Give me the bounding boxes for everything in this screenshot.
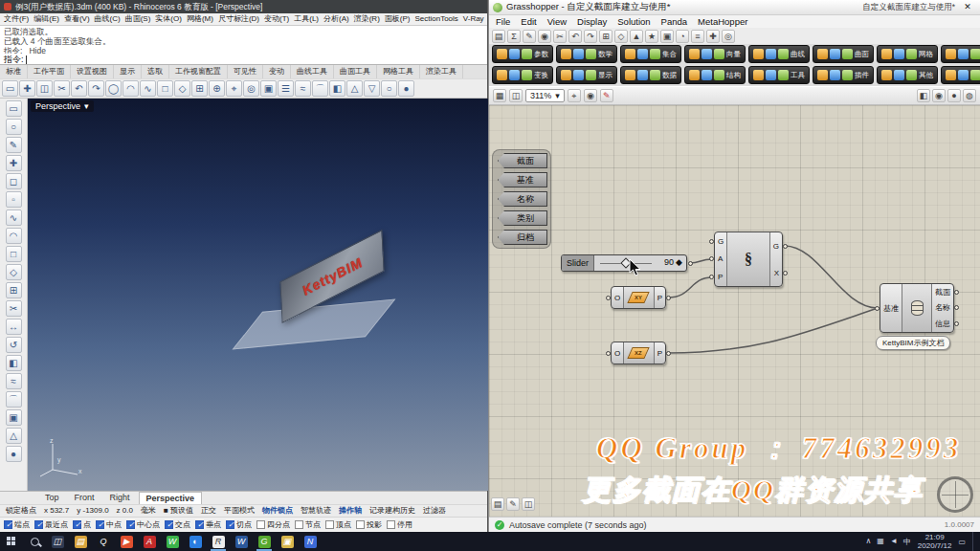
zoom-dropdown-icon[interactable]: ▾ bbox=[555, 90, 560, 101]
component-category-tab[interactable]: 向量 bbox=[684, 45, 746, 63]
component-icon[interactable] bbox=[766, 70, 776, 80]
toolbar-button-icon[interactable]: ⌒ bbox=[312, 80, 328, 97]
toolbar-tab[interactable]: 工作视窗配置 bbox=[169, 65, 228, 78]
component-icon[interactable] bbox=[958, 49, 969, 59]
osnap-checkbox[interactable] bbox=[325, 520, 334, 529]
osnap-option[interactable]: 中心点 bbox=[126, 519, 160, 530]
side-toolbar-button-icon[interactable]: ✂ bbox=[6, 300, 22, 317]
corner-tool-icon[interactable]: ▤ bbox=[491, 497, 504, 511]
component-icon[interactable] bbox=[637, 70, 648, 80]
canvas-compass-widget[interactable] bbox=[937, 476, 973, 513]
side-toolbar-button-icon[interactable]: ▭ bbox=[6, 100, 22, 117]
component-icon[interactable] bbox=[650, 70, 660, 80]
component-category-tab[interactable]: 数学 bbox=[556, 45, 617, 63]
component-icon[interactable] bbox=[689, 70, 700, 80]
status-toggle[interactable]: 正交 bbox=[201, 505, 216, 517]
component-icon[interactable] bbox=[842, 70, 853, 80]
port-dot[interactable] bbox=[606, 296, 611, 300]
toolbar-button-icon[interactable]: ◯ bbox=[105, 80, 122, 97]
slider-grip-icon[interactable]: ◆ bbox=[676, 257, 682, 267]
taskbar-app-button[interactable]: R bbox=[207, 532, 230, 551]
side-toolbar-button-icon[interactable]: ∿ bbox=[6, 209, 22, 226]
component-icon[interactable] bbox=[881, 49, 892, 59]
taskbar-clock[interactable]: 21:09 2020/7/12 bbox=[918, 533, 952, 550]
toolbar-tab[interactable]: 渲染工具 bbox=[420, 65, 463, 78]
component-icon[interactable] bbox=[625, 70, 635, 80]
rhino-menu-item[interactable]: 曲线(C) bbox=[95, 13, 121, 25]
toolbar-button-icon[interactable]: ◠ bbox=[122, 80, 139, 97]
toolbar-button-icon[interactable]: ● bbox=[398, 80, 414, 97]
taskbar-app-button[interactable]: G bbox=[253, 532, 276, 551]
display-option-icon[interactable]: ◉ bbox=[932, 89, 946, 102]
quick-toolbar-button-icon[interactable]: ◎ bbox=[722, 30, 735, 43]
tray-icon[interactable]: ∧ bbox=[866, 537, 872, 547]
side-toolbar-button-icon[interactable]: ⊞ bbox=[6, 282, 22, 298]
side-toolbar-button-icon[interactable]: ● bbox=[6, 446, 22, 462]
view-tab[interactable]: Top bbox=[38, 492, 66, 504]
component-category-tab[interactable]: 显示 bbox=[556, 66, 617, 84]
panel-item[interactable]: 名称 bbox=[498, 191, 547, 207]
plane-output-port[interactable]: P bbox=[657, 349, 662, 358]
side-toolbar-button-icon[interactable]: □ bbox=[6, 246, 22, 262]
show-desktop-button[interactable] bbox=[972, 532, 977, 551]
status-toggle[interactable]: 毫米 bbox=[141, 505, 156, 517]
component-icon[interactable] bbox=[817, 49, 828, 59]
component-icon[interactable] bbox=[561, 49, 571, 59]
taskbar-app-button[interactable]: ◐ bbox=[184, 532, 207, 551]
grasshopper-menu-item[interactable]: View bbox=[547, 15, 567, 28]
display-option-icon[interactable]: ◍ bbox=[963, 89, 976, 102]
port-dot[interactable] bbox=[606, 351, 611, 356]
toolbar-button-icon[interactable]: ▭ bbox=[2, 80, 18, 97]
osnap-checkbox[interactable] bbox=[96, 520, 104, 529]
toolbar-button-icon[interactable]: ↶ bbox=[71, 80, 87, 97]
rhino-menu-item[interactable]: 渲染(R) bbox=[354, 13, 380, 25]
component-icon[interactable] bbox=[842, 49, 853, 59]
rhino-menu-item[interactable]: 实体(O) bbox=[155, 13, 182, 25]
quick-toolbar-button-icon[interactable]: ↷ bbox=[584, 30, 597, 43]
side-toolbar-button-icon[interactable]: ◧ bbox=[6, 355, 22, 371]
component-icon[interactable] bbox=[906, 49, 917, 59]
taskbar-app-button[interactable]: ◫ bbox=[46, 532, 69, 551]
panel-group[interactable]: 截面基准名称类别归档 bbox=[492, 149, 551, 249]
component-icon[interactable] bbox=[522, 70, 532, 80]
grasshopper-menu-item[interactable]: MetaHopper bbox=[698, 15, 747, 28]
panel-item[interactable]: 截面 bbox=[498, 153, 547, 168]
side-toolbar-button-icon[interactable]: △ bbox=[6, 428, 22, 444]
taskbar-app-button[interactable]: ▤ bbox=[69, 532, 92, 551]
port-dot[interactable] bbox=[954, 290, 959, 295]
component-icon[interactable] bbox=[702, 70, 712, 80]
osnap-option[interactable]: 端点 bbox=[4, 519, 30, 530]
grasshopper-canvas[interactable]: 截面基准名称类别归档 Slider 90 ◆ O XY bbox=[489, 105, 980, 517]
toolbar-button-icon[interactable]: ▽ bbox=[364, 80, 380, 97]
input-port[interactable]: A bbox=[718, 254, 724, 263]
output-port[interactable]: 信息 bbox=[935, 319, 950, 329]
port-dot[interactable] bbox=[954, 305, 959, 310]
display-option-icon[interactable]: ◧ bbox=[917, 89, 930, 102]
osnap-checkbox[interactable] bbox=[356, 520, 365, 529]
corner-tool-icon[interactable]: ◫ bbox=[522, 497, 535, 511]
status-toggle[interactable]: 操作轴 bbox=[339, 505, 362, 517]
osnap-checkbox[interactable] bbox=[387, 520, 395, 529]
toolbar-tab[interactable]: 工作平面 bbox=[28, 65, 71, 78]
grasshopper-menu-item[interactable]: Solution bbox=[617, 15, 650, 28]
quick-toolbar-button-icon[interactable]: ▣ bbox=[660, 30, 674, 43]
rhino-menu-item[interactable]: 变动(T) bbox=[264, 13, 289, 25]
view-tab[interactable]: Perspective bbox=[139, 492, 203, 504]
component-icon[interactable] bbox=[946, 49, 956, 59]
status-toggle[interactable]: 平面模式 bbox=[224, 505, 255, 517]
port-dot[interactable] bbox=[783, 271, 788, 276]
toolbar-button-icon[interactable]: ○ bbox=[381, 80, 397, 97]
component-icon[interactable] bbox=[689, 49, 700, 59]
component-category-tab[interactable]: 结构 bbox=[684, 66, 746, 84]
quick-toolbar-button-icon[interactable]: ✚ bbox=[706, 30, 720, 43]
side-toolbar-button-icon[interactable]: ○ bbox=[6, 119, 22, 135]
xz-plane-component[interactable]: O XZ P bbox=[611, 342, 666, 364]
toolbar-button-icon[interactable]: ◧ bbox=[329, 80, 345, 97]
toolbar-button-icon[interactable]: ◫ bbox=[36, 80, 53, 97]
output-port[interactable]: G bbox=[773, 242, 779, 251]
toolbar-tab[interactable]: 曲面工具 bbox=[334, 65, 377, 78]
component-icon[interactable] bbox=[958, 70, 969, 80]
rhino-menu-item[interactable]: 分析(A) bbox=[323, 13, 349, 25]
save-view-icon[interactable]: ◫ bbox=[509, 89, 523, 102]
grasshopper-menu-item[interactable]: Display bbox=[577, 15, 607, 28]
